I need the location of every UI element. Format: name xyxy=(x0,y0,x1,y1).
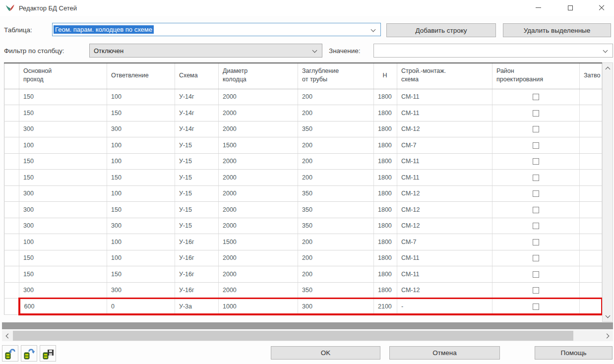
table-cell[interactable]: СМ-12 xyxy=(397,185,492,202)
table-cell[interactable]: 1800 xyxy=(374,218,397,234)
table-cell[interactable]: 200 xyxy=(298,89,374,105)
table-cell[interactable]: 2000 xyxy=(219,282,298,299)
table-cell[interactable]: 350 xyxy=(298,282,374,299)
table-cell[interactable]: У-14г xyxy=(175,121,219,137)
table-cell[interactable]: СМ-7 xyxy=(397,137,492,154)
table-cell[interactable]: 200 xyxy=(298,250,374,266)
table-row[interactable]: 300100У-1520003501800СМ-12 xyxy=(4,185,602,202)
district-checkbox[interactable] xyxy=(533,271,539,278)
table-cell[interactable]: 150 xyxy=(19,266,107,283)
table-cell[interactable]: У-14г xyxy=(175,89,219,105)
table-select[interactable]: Геом. парам. колодцев по схеме xyxy=(52,23,381,36)
table-cell[interactable]: 100 xyxy=(107,185,175,202)
table-cell[interactable]: 100 xyxy=(107,250,175,266)
table-cell[interactable]: 150 xyxy=(107,105,175,121)
table-cell[interactable] xyxy=(580,299,602,315)
row-selector-cell[interactable] xyxy=(4,218,19,234)
table-cell[interactable]: У-3а xyxy=(175,299,219,315)
table-cell[interactable]: СМ-11 xyxy=(397,153,492,170)
table-cell[interactable]: 200 xyxy=(298,266,374,283)
table-cell[interactable]: 1800 xyxy=(374,185,397,202)
table-cell[interactable]: У-16г xyxy=(175,282,219,299)
table-cell[interactable] xyxy=(580,185,602,202)
scroll-down-button[interactable] xyxy=(603,311,613,321)
table-cell[interactable] xyxy=(580,89,602,105)
table-cell[interactable]: У-15 xyxy=(175,185,219,202)
table-cell[interactable] xyxy=(580,121,602,137)
table-cell[interactable]: 1800 xyxy=(374,121,397,137)
table-cell[interactable]: 2000 xyxy=(219,153,298,170)
row-selector-cell[interactable] xyxy=(4,137,19,154)
table-cell[interactable]: У-15 xyxy=(175,218,219,234)
table-cell[interactable]: 1500 xyxy=(219,137,298,154)
district-checkbox[interactable] xyxy=(533,287,539,294)
table-cell[interactable]: У-16г xyxy=(175,250,219,266)
table-cell[interactable]: 150 xyxy=(19,170,107,186)
table-cell[interactable]: 2000 xyxy=(219,170,298,186)
table-cell[interactable]: 2000 xyxy=(219,185,298,202)
scroll-left-button[interactable] xyxy=(2,330,12,341)
table-cell[interactable]: 350 xyxy=(298,121,374,137)
table-cell[interactable]: СМ-12 xyxy=(397,202,492,218)
table-cell[interactable]: 1800 xyxy=(374,105,397,121)
district-checkbox[interactable] xyxy=(533,126,539,132)
table-cell[interactable]: 200 xyxy=(298,105,374,121)
maximize-button[interactable] xyxy=(559,0,582,15)
table-row[interactable]: 150100У-14г20002001800СМ-11 xyxy=(4,89,602,105)
table-cell[interactable] xyxy=(580,218,602,234)
table-cell[interactable]: 300 xyxy=(107,218,175,234)
table-row[interactable]: 150100У-1520002001800СМ-11 xyxy=(4,153,602,170)
district-checkbox[interactable] xyxy=(533,239,539,245)
table-cell[interactable]: 300 xyxy=(19,218,107,234)
table-cell[interactable]: 350 xyxy=(298,185,374,202)
district-checkbox[interactable] xyxy=(533,223,539,229)
table-cell[interactable]: 300 xyxy=(19,282,107,299)
table-row[interactable]: 100100У-16г15002001800СМ-7 xyxy=(4,234,602,250)
table-cell[interactable]: 1500 xyxy=(219,234,298,250)
table-cell[interactable]: 2000 xyxy=(219,89,298,105)
cancel-button[interactable]: Отмена xyxy=(389,346,500,360)
row-selector-cell[interactable] xyxy=(4,153,19,170)
table-row[interactable]: 300300У-1520003501800СМ-12 xyxy=(4,218,602,234)
district-checkbox[interactable] xyxy=(533,190,539,197)
table-cell[interactable]: 1800 xyxy=(374,250,397,266)
table-cell[interactable]: 1000 xyxy=(219,299,298,315)
table-cell[interactable]: У-15 xyxy=(175,202,219,218)
table-cell[interactable]: СМ-11 xyxy=(397,89,492,105)
table-cell[interactable]: 300 xyxy=(107,282,175,299)
row-selector-cell[interactable] xyxy=(4,234,19,250)
column-header[interactable]: H xyxy=(374,63,397,89)
table-row[interactable]: 150150У-16г20002001800СМ-11 xyxy=(4,266,602,283)
table-row[interactable]: 300150У-1520003501800СМ-12 xyxy=(4,202,602,218)
district-checkbox[interactable] xyxy=(533,110,539,117)
table-cell[interactable]: 100 xyxy=(19,234,107,250)
column-header[interactable]: Схема xyxy=(175,63,219,89)
table-cell[interactable]: 200 xyxy=(298,153,374,170)
table-row[interactable]: 150150У-1520002001800СМ-11 xyxy=(4,170,602,186)
scroll-right-button[interactable] xyxy=(603,330,613,341)
table-cell[interactable]: 1800 xyxy=(374,266,397,283)
table-cell[interactable]: 2000 xyxy=(219,218,298,234)
table-cell[interactable]: 2100 xyxy=(374,299,397,315)
column-header[interactable]: Затво xyxy=(580,63,602,89)
table-cell[interactable]: 2000 xyxy=(219,105,298,121)
add-row-button[interactable]: Добавить строку xyxy=(386,23,496,37)
table-cell[interactable]: 1800 xyxy=(374,137,397,154)
table-row[interactable]: 300300У-14г20003501800СМ-12 xyxy=(4,121,602,137)
row-selector-cell[interactable] xyxy=(4,299,19,315)
ok-button[interactable]: OK xyxy=(271,346,380,360)
table-cell[interactable]: 2000 xyxy=(219,202,298,218)
value-input[interactable] xyxy=(377,45,595,57)
table-cell[interactable]: 0 xyxy=(107,299,175,315)
minimize-button[interactable] xyxy=(527,0,550,15)
column-header[interactable]: Строй.-монтаж. схема xyxy=(397,63,492,89)
column-header[interactable]: Диаметр колодца xyxy=(219,63,298,89)
table-cell[interactable] xyxy=(580,282,602,299)
table-row[interactable]: 150100У-16г20002001800СМ-11 xyxy=(4,250,602,266)
table-cell[interactable]: У-14г xyxy=(175,105,219,121)
table-cell[interactable]: 1800 xyxy=(374,234,397,250)
table-cell[interactable]: 150 xyxy=(19,250,107,266)
table-cell[interactable] xyxy=(580,266,602,283)
table-cell[interactable]: 200 xyxy=(298,170,374,186)
table-cell[interactable]: СМ-12 xyxy=(397,218,492,234)
